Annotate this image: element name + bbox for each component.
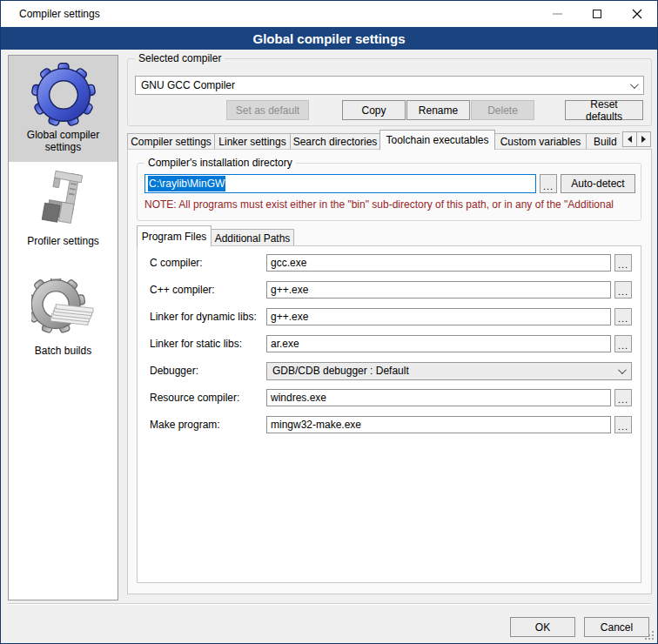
group-title: Selected compiler bbox=[135, 52, 225, 64]
debugger-row: Debugger: GDB/CDB debugger : Default bbox=[150, 361, 632, 380]
delete-button[interactable]: Delete bbox=[471, 100, 534, 120]
make-program-row: Make program: ... bbox=[150, 415, 632, 434]
installation-directory-group: Compiler's installation directory C:\ray… bbox=[137, 163, 641, 221]
static-linker-input[interactable] bbox=[266, 335, 611, 352]
minimize-icon bbox=[553, 13, 562, 15]
tab-scroll-left-button[interactable] bbox=[622, 131, 637, 147]
debugger-select[interactable]: GDB/CDB debugger : Default bbox=[266, 362, 632, 380]
window-title: Compiler settings bbox=[1, 8, 100, 20]
sidebar-item-label: Profiler settings bbox=[27, 235, 99, 247]
cancel-button[interactable]: Cancel bbox=[584, 617, 649, 637]
caliper-icon bbox=[31, 169, 96, 233]
maximize-button[interactable] bbox=[577, 1, 617, 27]
installation-directory-value: C:\raylib\MinGW bbox=[148, 176, 225, 191]
c-compiler-input[interactable] bbox=[266, 254, 611, 272]
cpp-compiler-input[interactable] bbox=[266, 281, 611, 299]
executables-subtab-bar: Program Files Additional Paths bbox=[137, 225, 294, 246]
scroll-right-icon bbox=[641, 136, 646, 143]
program-files-panel: C compiler: ... C++ compiler: ... Linker… bbox=[137, 245, 641, 583]
sidebar-item-global-compiler-settings[interactable]: Global compiler settings bbox=[9, 56, 118, 162]
maximize-icon bbox=[593, 10, 601, 18]
group-title: Compiler's installation directory bbox=[144, 157, 296, 169]
static-linker-row: Linker for static libs: ... bbox=[150, 334, 632, 353]
c-compiler-browse-button[interactable]: ... bbox=[614, 254, 632, 272]
gray-gear-stack-icon bbox=[31, 278, 96, 343]
resource-compiler-input[interactable] bbox=[266, 389, 611, 406]
field-label: Debugger: bbox=[150, 365, 266, 377]
resource-compiler-row: Resource compiler: ... bbox=[150, 388, 632, 407]
dynamic-linker-row: Linker for dynamic libs: ... bbox=[150, 307, 632, 326]
blue-gear-icon bbox=[31, 63, 96, 127]
ok-button[interactable]: OK bbox=[510, 617, 575, 637]
subtab-additional-paths[interactable]: Additional Paths bbox=[211, 229, 294, 246]
cpp-compiler-row: C++ compiler: ... bbox=[150, 280, 632, 299]
compiler-settings-dialog: Compiler settings Global compiler settin… bbox=[0, 0, 658, 644]
tab-toolchain-executables[interactable]: Toolchain executables bbox=[379, 130, 495, 150]
set-as-default-button[interactable]: Set as default bbox=[226, 100, 309, 120]
tab-compiler-settings[interactable]: Compiler settings bbox=[127, 133, 215, 150]
toolchain-executables-page: Compiler's installation directory C:\ray… bbox=[127, 149, 652, 594]
debugger-select-value: GDB/CDB debugger : Default bbox=[272, 365, 409, 377]
installation-directory-input[interactable]: C:\raylib\MinGW bbox=[144, 174, 536, 193]
tab-build-options[interactable]: Build options bbox=[586, 133, 620, 150]
scroll-left-icon bbox=[628, 136, 632, 143]
field-label: C++ compiler: bbox=[150, 284, 266, 296]
make-program-input[interactable] bbox=[266, 416, 611, 433]
note-text: NOTE: All programs must exist either in … bbox=[144, 198, 640, 211]
sidebar-item-profiler-settings[interactable]: Profiler settings bbox=[9, 162, 118, 256]
resource-compiler-browse-button[interactable]: ... bbox=[614, 389, 632, 406]
sidebar-item-batch-builds[interactable]: Batch builds bbox=[9, 256, 118, 366]
dynamic-linker-browse-button[interactable]: ... bbox=[614, 308, 632, 325]
field-label: C compiler: bbox=[150, 257, 266, 269]
compiler-select-value: GNU GCC Compiler bbox=[141, 79, 235, 91]
page-title: Global compiler settings bbox=[1, 27, 657, 50]
tab-linker-settings[interactable]: Linker settings bbox=[214, 133, 291, 150]
resize-grip[interactable] bbox=[645, 631, 655, 641]
tab-search-directories[interactable]: Search directories bbox=[290, 133, 380, 150]
footer-divider bbox=[8, 603, 650, 605]
title-bar[interactable]: Compiler settings bbox=[1, 1, 657, 27]
field-label: Resource compiler: bbox=[150, 392, 266, 404]
dynamic-linker-input[interactable] bbox=[266, 308, 611, 325]
chevron-down-icon bbox=[618, 366, 627, 374]
subtab-program-files[interactable]: Program Files bbox=[137, 225, 212, 246]
sidebar-item-label: Global compiler settings bbox=[10, 129, 116, 153]
auto-detect-button[interactable]: Auto-detect bbox=[561, 174, 635, 193]
chevron-down-icon bbox=[630, 80, 639, 89]
field-label: Make program: bbox=[150, 419, 266, 431]
close-button[interactable] bbox=[617, 1, 657, 27]
settings-category-list: Global compiler settings Profiler settin… bbox=[8, 55, 118, 600]
c-compiler-row: C compiler: ... bbox=[150, 253, 632, 272]
browse-directory-button[interactable]: ... bbox=[540, 174, 557, 193]
close-icon bbox=[632, 9, 642, 19]
copy-button[interactable]: Copy bbox=[342, 100, 406, 120]
tab-custom-variables[interactable]: Custom variables bbox=[494, 133, 587, 150]
tab-scroll-right-button[interactable] bbox=[636, 131, 651, 147]
make-program-browse-button[interactable]: ... bbox=[614, 416, 632, 433]
compiler-select[interactable]: GNU GCC Compiler bbox=[135, 76, 644, 95]
settings-tab-bar: Compiler settings Linker settings Search… bbox=[127, 131, 652, 150]
sidebar-item-label: Batch builds bbox=[35, 345, 91, 357]
field-label: Linker for static libs: bbox=[150, 338, 266, 350]
minimize-button[interactable] bbox=[537, 1, 577, 27]
cpp-compiler-browse-button[interactable]: ... bbox=[614, 281, 632, 299]
reset-defaults-button[interactable]: Reset defaults bbox=[565, 100, 643, 120]
static-linker-browse-button[interactable]: ... bbox=[614, 335, 632, 352]
rename-button[interactable]: Rename bbox=[406, 100, 470, 120]
field-label: Linker for dynamic libs: bbox=[150, 311, 266, 323]
selected-compiler-group: Selected compiler GNU GCC Compiler Set a… bbox=[127, 58, 652, 126]
